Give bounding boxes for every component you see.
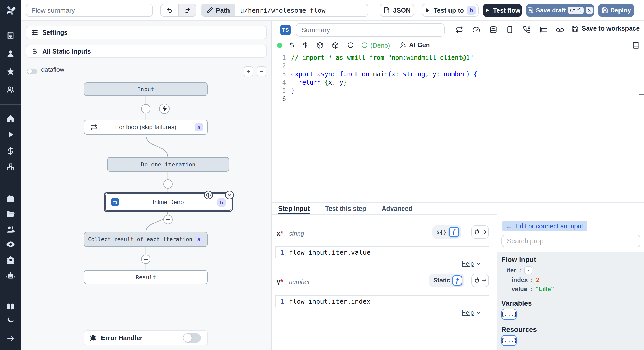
sidebar-resources-icon[interactable] <box>6 163 15 171</box>
delete-node-button[interactable] <box>225 191 234 199</box>
flow-node-collect-result[interactable]: Collect result of each iteration a <box>84 232 208 247</box>
y-help-link[interactable]: Help <box>462 309 481 316</box>
x-help-link[interactable]: Help <box>462 260 481 267</box>
ts-lang-badge: TS <box>280 25 291 35</box>
sidebar-workers-icon[interactable] <box>6 225 15 234</box>
flow-node-forloop[interactable]: For loop (skip failures) a <box>84 120 208 135</box>
flow-summary-input[interactable]: Flow summary <box>26 4 153 17</box>
function-mode-button[interactable]: f <box>452 275 462 286</box>
node-badge-a: a <box>195 123 203 131</box>
plus-icon <box>165 181 171 187</box>
flow-input-heading: Flow Input <box>501 256 536 264</box>
prop-value-row[interactable]: value: "Lille" <box>512 286 554 293</box>
x-input-mode-group: ${} f <box>432 225 461 239</box>
ai-gen-button[interactable]: AI Gen <box>400 41 430 49</box>
redo-button[interactable] <box>178 4 196 17</box>
trigger-button[interactable] <box>159 104 170 114</box>
undo-icon <box>166 7 173 14</box>
step-badge: b <box>467 6 476 15</box>
add-step-button[interactable] <box>163 215 173 224</box>
prop-index-row[interactable]: index: 2 <box>512 276 539 284</box>
json-button[interactable]: JSON <box>380 4 414 17</box>
plus-icon <box>143 106 149 112</box>
voicemail-icon[interactable] <box>556 26 564 34</box>
sidebar-variables-icon[interactable] <box>6 147 15 155</box>
sidebar-favorites-icon[interactable] <box>6 67 15 76</box>
repeat-icon[interactable] <box>455 26 463 34</box>
package-icon[interactable] <box>332 42 339 49</box>
sidebar-groups-icon[interactable] <box>6 85 15 94</box>
sidebar-schedules-icon[interactable] <box>6 195 15 203</box>
phone-incoming-icon[interactable] <box>523 26 531 34</box>
windmill-logo-icon[interactable] <box>4 4 17 17</box>
kbd-s: S <box>586 7 593 14</box>
dollar-icon[interactable] <box>289 42 295 48</box>
move-node-button[interactable] <box>204 191 213 199</box>
sidebar-audit-logs-icon[interactable] <box>6 240 15 249</box>
flow-node-do-one-iteration[interactable]: Do one iteration <box>107 157 229 172</box>
redo-icon <box>184 7 191 14</box>
sidebar-user-icon[interactable] <box>6 49 15 58</box>
static-mode-button[interactable]: Static <box>433 277 450 284</box>
package-icon[interactable] <box>316 42 324 49</box>
chevron-down-icon <box>476 310 481 315</box>
tab-step-input[interactable]: Step Input <box>278 203 310 214</box>
y-value-editor[interactable]: 1flow_input.iter.index <box>275 295 489 307</box>
summary-input[interactable]: Summary <box>296 23 445 37</box>
add-step-button[interactable] <box>141 104 150 113</box>
sidebar-runs-icon[interactable] <box>6 130 15 139</box>
code-editor[interactable]: 123456 // import * as wmill from "npm:wi… <box>272 53 644 202</box>
plus-icon <box>143 256 149 262</box>
book-icon[interactable] <box>632 42 639 49</box>
dollar-icon[interactable] <box>302 42 309 48</box>
edit-or-connect-button[interactable]: ← Edit or connect an input <box>502 221 587 231</box>
deploy-button[interactable]: Deploy <box>598 4 634 17</box>
flow-node-input[interactable]: Input <box>84 82 208 96</box>
x-value-editor[interactable]: 1flow_input.iter.value <box>275 246 489 258</box>
bed-icon[interactable] <box>540 26 548 34</box>
save-draft-button[interactable]: Save draft Ctrl S <box>526 4 594 17</box>
overview-ruler-cursor <box>639 94 644 95</box>
sidebar-settings-icon[interactable] <box>6 255 15 264</box>
sidebar-workspace-icon[interactable] <box>6 31 15 40</box>
sidebar-ai-icon[interactable] <box>6 271 15 280</box>
expr-mode-button[interactable]: ${} <box>436 229 447 235</box>
gauge-icon[interactable] <box>472 26 480 34</box>
function-mode-button[interactable]: f <box>449 227 459 237</box>
save-to-workspace-button[interactable]: Save to workspace <box>571 25 640 32</box>
rotate-ccw-icon[interactable] <box>347 42 354 48</box>
repeat-icon <box>90 123 97 131</box>
search-prop-input[interactable]: Search prop... <box>501 235 640 247</box>
test-up-to-button[interactable]: Test up to b <box>422 4 479 17</box>
sidebar-collapse-icon[interactable] <box>6 335 15 343</box>
sidebar-home-icon[interactable] <box>6 114 15 123</box>
flow-edges <box>21 21 272 350</box>
flow-node-result[interactable]: Result <box>84 270 208 284</box>
test-flow-button[interactable]: Test flow <box>483 4 522 17</box>
resources-expand-chip[interactable]: {...} <box>501 335 517 346</box>
mobile-icon[interactable] <box>506 26 514 34</box>
database-icon[interactable] <box>489 26 497 34</box>
error-handler-row[interactable]: Error Handler <box>84 330 208 345</box>
collapse-chip[interactable]: - <box>524 266 532 274</box>
sidebar-docs-icon[interactable] <box>6 302 15 311</box>
path-input[interactable]: u/henri/wholesome_flow <box>235 4 331 16</box>
play-icon <box>425 7 430 13</box>
y-connect-button[interactable] <box>471 274 489 287</box>
x-connect-button[interactable] <box>471 225 489 239</box>
variables-expand-chip[interactable]: {...} <box>501 309 517 320</box>
add-step-button[interactable] <box>163 179 173 189</box>
add-step-button[interactable] <box>141 255 150 264</box>
tab-test-this-step[interactable]: Test this step <box>325 203 366 214</box>
refresh-icon[interactable] <box>361 42 368 48</box>
sidebar-dark-mode-icon[interactable] <box>6 315 15 324</box>
tab-advanced[interactable]: Advanced <box>382 203 412 214</box>
chevron-down-icon <box>476 261 481 266</box>
plug-icon <box>473 229 480 235</box>
undo-button[interactable] <box>160 4 178 17</box>
error-handler-toggle[interactable] <box>183 333 201 343</box>
status-dot <box>277 43 282 48</box>
save-icon <box>571 25 579 32</box>
prop-iter-row[interactable]: iter: - <box>506 266 532 274</box>
sidebar-folders-icon[interactable] <box>6 210 15 219</box>
